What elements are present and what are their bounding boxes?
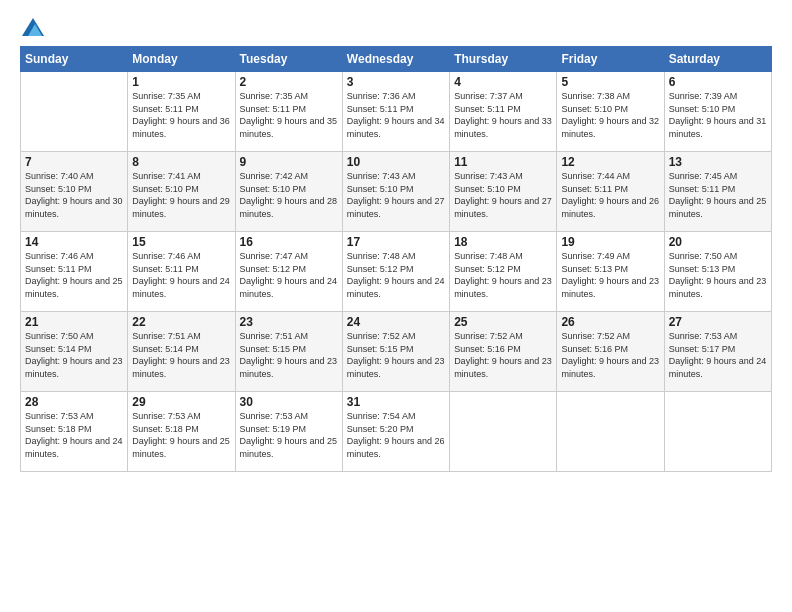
- day-number: 22: [132, 315, 230, 329]
- weekday-header-thursday: Thursday: [450, 47, 557, 72]
- day-number: 10: [347, 155, 445, 169]
- week-row-4: 21Sunrise: 7:50 AMSunset: 5:14 PMDayligh…: [21, 312, 772, 392]
- day-info: Sunrise: 7:53 AMSunset: 5:19 PMDaylight:…: [240, 410, 338, 460]
- day-number: 23: [240, 315, 338, 329]
- calendar-cell: 11Sunrise: 7:43 AMSunset: 5:10 PMDayligh…: [450, 152, 557, 232]
- day-info: Sunrise: 7:52 AMSunset: 5:16 PMDaylight:…: [561, 330, 659, 380]
- day-number: 29: [132, 395, 230, 409]
- day-number: 20: [669, 235, 767, 249]
- logo: [20, 18, 44, 36]
- day-info: Sunrise: 7:53 AMSunset: 5:18 PMDaylight:…: [25, 410, 123, 460]
- calendar: SundayMondayTuesdayWednesdayThursdayFrid…: [20, 46, 772, 472]
- weekday-header-monday: Monday: [128, 47, 235, 72]
- calendar-cell: 19Sunrise: 7:49 AMSunset: 5:13 PMDayligh…: [557, 232, 664, 312]
- calendar-cell: 2Sunrise: 7:35 AMSunset: 5:11 PMDaylight…: [235, 72, 342, 152]
- calendar-cell: [557, 392, 664, 472]
- day-number: 11: [454, 155, 552, 169]
- day-info: Sunrise: 7:48 AMSunset: 5:12 PMDaylight:…: [454, 250, 552, 300]
- calendar-cell: 7Sunrise: 7:40 AMSunset: 5:10 PMDaylight…: [21, 152, 128, 232]
- calendar-cell: 18Sunrise: 7:48 AMSunset: 5:12 PMDayligh…: [450, 232, 557, 312]
- day-number: 14: [25, 235, 123, 249]
- weekday-header-friday: Friday: [557, 47, 664, 72]
- day-info: Sunrise: 7:52 AMSunset: 5:16 PMDaylight:…: [454, 330, 552, 380]
- day-info: Sunrise: 7:54 AMSunset: 5:20 PMDaylight:…: [347, 410, 445, 460]
- day-info: Sunrise: 7:48 AMSunset: 5:12 PMDaylight:…: [347, 250, 445, 300]
- day-info: Sunrise: 7:36 AMSunset: 5:11 PMDaylight:…: [347, 90, 445, 140]
- calendar-cell: 25Sunrise: 7:52 AMSunset: 5:16 PMDayligh…: [450, 312, 557, 392]
- day-number: 27: [669, 315, 767, 329]
- day-info: Sunrise: 7:39 AMSunset: 5:10 PMDaylight:…: [669, 90, 767, 140]
- week-row-5: 28Sunrise: 7:53 AMSunset: 5:18 PMDayligh…: [21, 392, 772, 472]
- day-info: Sunrise: 7:40 AMSunset: 5:10 PMDaylight:…: [25, 170, 123, 220]
- day-info: Sunrise: 7:46 AMSunset: 5:11 PMDaylight:…: [132, 250, 230, 300]
- day-number: 8: [132, 155, 230, 169]
- day-info: Sunrise: 7:44 AMSunset: 5:11 PMDaylight:…: [561, 170, 659, 220]
- day-info: Sunrise: 7:49 AMSunset: 5:13 PMDaylight:…: [561, 250, 659, 300]
- day-number: 2: [240, 75, 338, 89]
- day-number: 17: [347, 235, 445, 249]
- calendar-cell: 28Sunrise: 7:53 AMSunset: 5:18 PMDayligh…: [21, 392, 128, 472]
- page: SundayMondayTuesdayWednesdayThursdayFrid…: [0, 0, 792, 612]
- day-number: 16: [240, 235, 338, 249]
- day-number: 1: [132, 75, 230, 89]
- calendar-cell: 27Sunrise: 7:53 AMSunset: 5:17 PMDayligh…: [664, 312, 771, 392]
- calendar-cell: [450, 392, 557, 472]
- day-info: Sunrise: 7:53 AMSunset: 5:18 PMDaylight:…: [132, 410, 230, 460]
- calendar-cell: 13Sunrise: 7:45 AMSunset: 5:11 PMDayligh…: [664, 152, 771, 232]
- header: [20, 18, 772, 36]
- day-number: 25: [454, 315, 552, 329]
- week-row-3: 14Sunrise: 7:46 AMSunset: 5:11 PMDayligh…: [21, 232, 772, 312]
- day-number: 6: [669, 75, 767, 89]
- calendar-cell: 10Sunrise: 7:43 AMSunset: 5:10 PMDayligh…: [342, 152, 449, 232]
- day-number: 7: [25, 155, 123, 169]
- calendar-cell: 14Sunrise: 7:46 AMSunset: 5:11 PMDayligh…: [21, 232, 128, 312]
- day-info: Sunrise: 7:41 AMSunset: 5:10 PMDaylight:…: [132, 170, 230, 220]
- day-info: Sunrise: 7:53 AMSunset: 5:17 PMDaylight:…: [669, 330, 767, 380]
- weekday-header-row: SundayMondayTuesdayWednesdayThursdayFrid…: [21, 47, 772, 72]
- calendar-cell: 6Sunrise: 7:39 AMSunset: 5:10 PMDaylight…: [664, 72, 771, 152]
- calendar-cell: 29Sunrise: 7:53 AMSunset: 5:18 PMDayligh…: [128, 392, 235, 472]
- day-info: Sunrise: 7:50 AMSunset: 5:13 PMDaylight:…: [669, 250, 767, 300]
- day-info: Sunrise: 7:38 AMSunset: 5:10 PMDaylight:…: [561, 90, 659, 140]
- calendar-cell: 23Sunrise: 7:51 AMSunset: 5:15 PMDayligh…: [235, 312, 342, 392]
- calendar-cell: 12Sunrise: 7:44 AMSunset: 5:11 PMDayligh…: [557, 152, 664, 232]
- calendar-cell: 24Sunrise: 7:52 AMSunset: 5:15 PMDayligh…: [342, 312, 449, 392]
- logo-icon: [22, 18, 44, 36]
- calendar-cell: 3Sunrise: 7:36 AMSunset: 5:11 PMDaylight…: [342, 72, 449, 152]
- day-number: 18: [454, 235, 552, 249]
- day-info: Sunrise: 7:45 AMSunset: 5:11 PMDaylight:…: [669, 170, 767, 220]
- calendar-cell: 21Sunrise: 7:50 AMSunset: 5:14 PMDayligh…: [21, 312, 128, 392]
- day-number: 15: [132, 235, 230, 249]
- calendar-cell: 8Sunrise: 7:41 AMSunset: 5:10 PMDaylight…: [128, 152, 235, 232]
- day-number: 21: [25, 315, 123, 329]
- day-info: Sunrise: 7:46 AMSunset: 5:11 PMDaylight:…: [25, 250, 123, 300]
- day-number: 3: [347, 75, 445, 89]
- calendar-cell: [664, 392, 771, 472]
- weekday-header-wednesday: Wednesday: [342, 47, 449, 72]
- day-number: 31: [347, 395, 445, 409]
- weekday-header-tuesday: Tuesday: [235, 47, 342, 72]
- day-info: Sunrise: 7:43 AMSunset: 5:10 PMDaylight:…: [347, 170, 445, 220]
- day-info: Sunrise: 7:52 AMSunset: 5:15 PMDaylight:…: [347, 330, 445, 380]
- calendar-cell: 30Sunrise: 7:53 AMSunset: 5:19 PMDayligh…: [235, 392, 342, 472]
- day-info: Sunrise: 7:47 AMSunset: 5:12 PMDaylight:…: [240, 250, 338, 300]
- calendar-cell: 9Sunrise: 7:42 AMSunset: 5:10 PMDaylight…: [235, 152, 342, 232]
- day-number: 12: [561, 155, 659, 169]
- day-number: 13: [669, 155, 767, 169]
- day-info: Sunrise: 7:42 AMSunset: 5:10 PMDaylight:…: [240, 170, 338, 220]
- day-number: 9: [240, 155, 338, 169]
- calendar-cell: 17Sunrise: 7:48 AMSunset: 5:12 PMDayligh…: [342, 232, 449, 312]
- calendar-cell: [21, 72, 128, 152]
- calendar-cell: 5Sunrise: 7:38 AMSunset: 5:10 PMDaylight…: [557, 72, 664, 152]
- calendar-cell: 22Sunrise: 7:51 AMSunset: 5:14 PMDayligh…: [128, 312, 235, 392]
- calendar-cell: 26Sunrise: 7:52 AMSunset: 5:16 PMDayligh…: [557, 312, 664, 392]
- calendar-cell: 15Sunrise: 7:46 AMSunset: 5:11 PMDayligh…: [128, 232, 235, 312]
- day-number: 26: [561, 315, 659, 329]
- day-number: 30: [240, 395, 338, 409]
- week-row-1: 1Sunrise: 7:35 AMSunset: 5:11 PMDaylight…: [21, 72, 772, 152]
- weekday-header-saturday: Saturday: [664, 47, 771, 72]
- weekday-header-sunday: Sunday: [21, 47, 128, 72]
- day-number: 5: [561, 75, 659, 89]
- calendar-cell: 20Sunrise: 7:50 AMSunset: 5:13 PMDayligh…: [664, 232, 771, 312]
- day-number: 19: [561, 235, 659, 249]
